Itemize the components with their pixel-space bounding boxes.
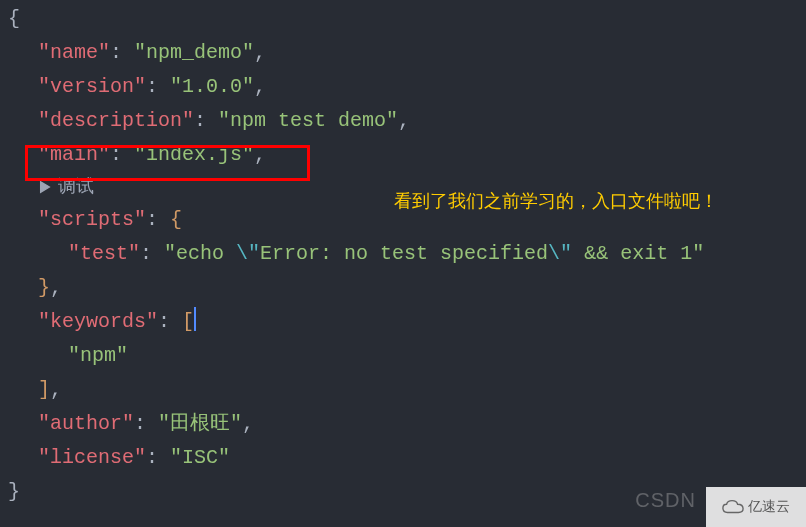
annotation-text: 看到了我们之前学习的，入口文件啦吧！ [394, 186, 718, 217]
val-test: && exit 1" [572, 242, 704, 265]
cursor [194, 307, 196, 331]
key-name: "name" [38, 41, 110, 64]
code-block: { "name": "npm_demo", "version": "1.0.0"… [8, 0, 806, 509]
val-version: "1.0.0" [170, 75, 254, 98]
svg-marker-0 [41, 182, 50, 193]
val-name: "npm_demo" [134, 41, 254, 64]
key-license: "license" [38, 446, 146, 469]
play-icon [38, 180, 52, 194]
highlight-box [25, 145, 310, 181]
key-test: "test" [68, 242, 140, 265]
val-author: "田根旺" [158, 412, 242, 435]
key-author: "author" [38, 412, 134, 435]
brace-close: } [8, 480, 20, 503]
val-description: "npm test demo" [218, 109, 398, 132]
brace-open: { [8, 7, 20, 30]
key-description: "description" [38, 109, 194, 132]
val-license: "ISC" [170, 446, 230, 469]
key-version: "version" [38, 75, 146, 98]
key-keywords: "keywords" [38, 310, 158, 333]
key-scripts: "scripts" [38, 208, 146, 231]
keywords-item: "npm" [68, 344, 128, 367]
